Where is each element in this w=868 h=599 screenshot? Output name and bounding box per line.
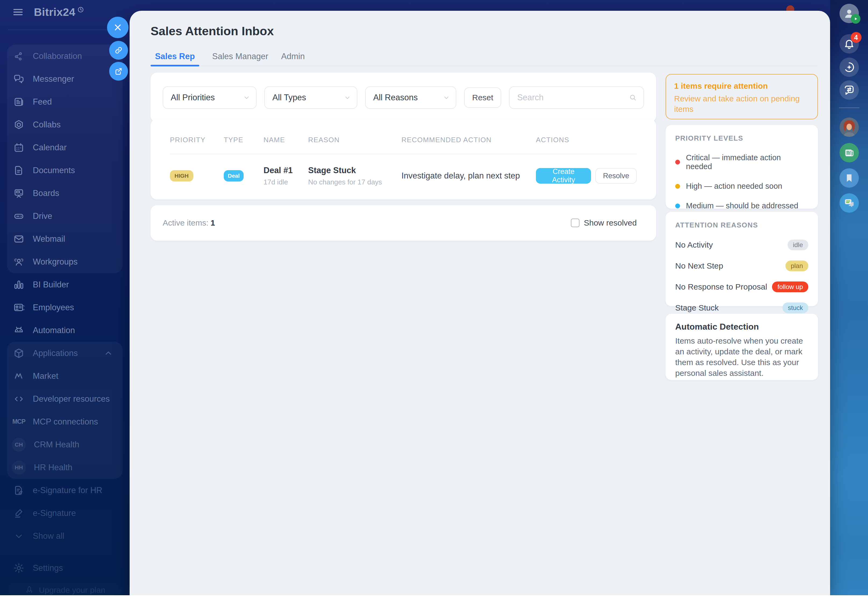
idle-badge: idle [788,239,808,250]
profile-avatar[interactable] [839,4,859,23]
drive-icon [13,210,25,222]
sidebar-item-drive[interactable]: Drive [7,205,123,227]
sidebar-item-label: Show all [33,531,64,541]
reason-row-no-response: No Response to Proposal follow up [675,281,808,292]
calendar-icon [13,142,25,154]
employees-icon [13,302,25,313]
tab-sales-manager[interactable]: Sales Manager [212,52,268,61]
reason-row-no-next-step: No Next Step plan [675,260,808,271]
sidebar-item-collabs[interactable]: Collabs [7,113,123,136]
show-resolved-checkbox[interactable] [571,218,579,227]
upgrade-plan-label: Upgrade your plan [39,585,105,595]
developer-resources-icon [13,393,25,405]
column-header-name: NAME [263,136,308,144]
sidebar-item-label: Boards [33,188,59,198]
priority-filter-select[interactable]: All Priorities [163,86,257,109]
notifications-bell-icon[interactable]: 4 [839,34,859,54]
reason-row-no-activity: No Activity idle [675,239,808,250]
recommended-action-text: Investigate delay, plan next step [402,171,536,181]
sidebar-item-esignature[interactable]: e-Signature [0,502,129,525]
chat-transfer-icon[interactable] [839,80,859,100]
sidebar-item-workgroups[interactable]: Workgroups [7,250,123,273]
hamburger-menu-icon[interactable] [12,6,24,18]
sidebar-item-label: e-Signature [33,509,76,518]
resolve-button[interactable]: Resolve [595,168,637,184]
sidebar-item-applications[interactable]: Applications [7,342,123,364]
reason-filter-value: All Reasons [373,93,418,102]
upgrade-plan-button[interactable]: Upgrade your plan [8,582,122,595]
play-status-badge [851,14,860,24]
copilot-icon[interactable] [839,57,859,77]
feed-icon [13,96,25,108]
priority-level-critical: Critical — immediate action needed [675,153,808,171]
sidebar-item-calendar[interactable]: Calendar [7,136,123,159]
tab-sales-rep[interactable]: Sales Rep [150,52,199,61]
reason-label: Stage Stuck [675,303,719,312]
copy-link-button[interactable] [109,41,128,60]
reason-filter-select[interactable]: All Reasons [365,86,456,109]
bitrix24-logo[interactable]: Bitrix24 [34,6,84,18]
sidebar-item-esignature-hr[interactable]: e-Signature for HR [0,479,129,502]
search-field[interactable] [509,86,644,109]
group-chat-icon[interactable] [839,193,859,213]
attention-items-table: PRIORITY TYPE NAME REASON RECOMMENDED AC… [150,119,656,200]
reset-button[interactable]: Reset [464,87,501,108]
external-link-icon [114,67,123,75]
type-filter-select[interactable]: All Types [264,86,357,109]
sidebar-item-hr-health[interactable]: HH HR Health [7,456,123,479]
tab-admin[interactable]: Admin [281,52,305,61]
tab-bar: Sales Rep Sales Manager Admin [150,52,305,61]
sidebar-item-developer-resources[interactable]: Developer resources [7,387,123,410]
priority-level-label: Critical — immediate action needed [686,153,808,171]
attention-reasons-header: ATTENTION REASONS [675,221,808,229]
create-activity-button[interactable]: Create Activity [536,168,591,184]
sidebar-item-label: Market [33,371,58,381]
sidebar-item-show-all[interactable]: Show all [0,525,129,547]
chevron-down-icon [344,94,351,101]
sidebar-item-label: Drive [33,211,52,221]
clock-icon [77,6,84,13]
sidebar-item-label: Settings [33,563,63,573]
applications-icon [13,348,25,359]
sidebar-item-webmail[interactable]: Webmail [7,227,123,250]
search-input[interactable] [517,93,629,102]
follow-up-badge: follow up [772,281,808,292]
sidebar-item-documents[interactable]: Documents [7,159,123,182]
attention-alert-box: 1 items require attention Review and tak… [665,74,818,119]
search-icon [629,93,637,102]
priority-level-label: Medium — should be addressed [686,202,798,210]
sidebar-item-collaboration[interactable]: Collaboration [7,45,123,68]
sidebar-item-label: CRM Health [34,440,79,450]
sidebar-item-feed[interactable]: Feed [7,90,123,113]
bookmark-icon[interactable] [839,168,859,188]
type-filter-value: All Types [272,93,306,102]
sidebar-item-label: Collaboration [33,51,82,61]
sidebar-item-messenger[interactable]: Messenger [7,68,123,90]
user-avatar-photo[interactable] [839,117,859,137]
gear-icon [13,562,25,574]
sidebar-item-label: Feed [33,97,52,107]
sidebar-item-mcp-connections[interactable]: MCP MCP connections [7,410,123,433]
news-icon[interactable] [839,143,859,163]
sidebar-item-crm-health[interactable]: CH CRM Health [7,433,123,456]
active-items-counter: Active items:1 [163,218,215,227]
reason-label: No Next Step [675,261,723,271]
stuck-badge: stuck [782,303,808,313]
priority-level-label: High — action needed soon [686,182,782,191]
active-tab-underline [150,65,199,66]
sidebar-item-settings[interactable]: Settings [0,557,129,579]
column-header-reason: REASON [308,136,402,144]
close-button[interactable] [107,17,129,38]
sidebar-item-bi-builder[interactable]: BI Builder [0,273,129,296]
deal-name[interactable]: Deal #1 [263,166,308,175]
automatic-detection-body: Items auto-resolve when you create an ac… [675,336,808,379]
reason-title: Stage Stuck [308,166,402,175]
sidebar-item-market[interactable]: Market [7,364,123,387]
open-in-new-button[interactable] [109,62,128,81]
close-icon [113,23,122,32]
sidebar-item-automation[interactable]: Automation [0,319,129,342]
sidebar-item-boards[interactable]: Boards [7,182,123,205]
sidebar: Bitrix24 Collaboration Messenger Feed [0,0,129,595]
priority-levels-header: PRIORITY LEVELS [675,134,808,143]
sidebar-item-employees[interactable]: Employees [0,296,129,319]
